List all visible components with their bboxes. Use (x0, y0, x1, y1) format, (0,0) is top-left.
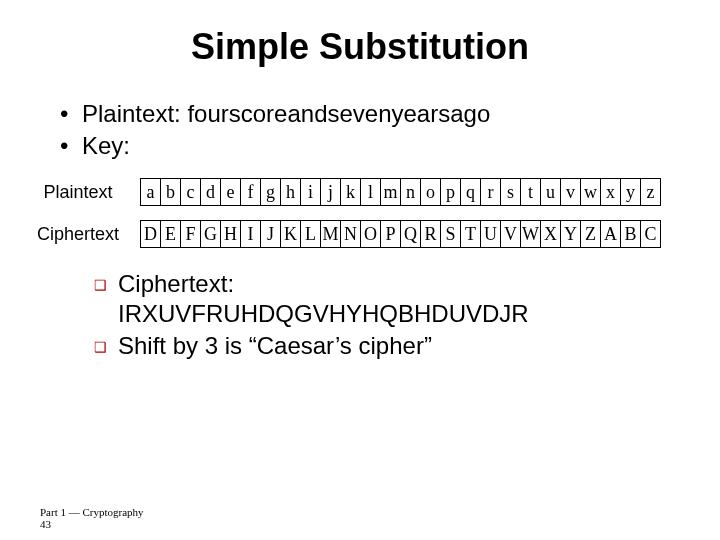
alpha-cell: N (341, 221, 361, 248)
bullet-dot-icon: • (60, 100, 82, 128)
alpha-cell: L (301, 221, 321, 248)
alpha-cell: p (441, 179, 461, 206)
sub-bullet-shift: ❑ Shift by 3 is “Caesar’s cipher” (94, 332, 680, 360)
alpha-cell: z (641, 179, 661, 206)
alpha-cell: f (241, 179, 261, 206)
alpha-cell: W (521, 221, 541, 248)
alpha-cell: g (261, 179, 281, 206)
ciphertext-row: Ciphertext DEFGHIJKLMNOPQRSTUVWXYZABC (30, 220, 680, 248)
ciphertext-value: IRXUVFRUHDQGVHYHQBHDUVDJR (118, 300, 680, 328)
alpha-cell: T (461, 221, 481, 248)
slide: Simple Substitution • Plaintext: foursco… (0, 0, 720, 360)
alpha-cell: q (461, 179, 481, 206)
square-bullet-icon: ❑ (94, 339, 118, 355)
plaintext-row-label: Plaintext (30, 182, 126, 203)
ciphertext-alphabet-table: DEFGHIJKLMNOPQRSTUVWXYZABC (140, 220, 661, 248)
alpha-cell: u (541, 179, 561, 206)
alpha-cell: R (421, 221, 441, 248)
alpha-cell: J (261, 221, 281, 248)
plaintext-alphabet-table: abcdefghijklmnopqrstuvwxyz (140, 178, 661, 206)
sub-bullets: ❑ Ciphertext: IRXUVFRUHDQGVHYHQBHDUVDJR … (94, 270, 680, 360)
alpha-cell: n (401, 179, 421, 206)
alpha-cell: P (381, 221, 401, 248)
alpha-cell: e (221, 179, 241, 206)
plaintext-value: fourscoreandsevenyearsago (187, 100, 490, 127)
alpha-cell: s (501, 179, 521, 206)
alpha-cell: E (161, 221, 181, 248)
ciphertext-label: Ciphertext: (118, 270, 234, 298)
slide-title: Simple Substitution (40, 26, 680, 68)
alpha-cell: Z (581, 221, 601, 248)
slide-footer: Part 1 — Cryptography 43 (40, 506, 144, 530)
alpha-cell: d (201, 179, 221, 206)
alpha-cell: j (321, 179, 341, 206)
alpha-cell: v (561, 179, 581, 206)
alpha-cell: G (201, 221, 221, 248)
alpha-cell: a (141, 179, 161, 206)
bullet-dot-icon: • (60, 132, 82, 160)
alpha-cell: Q (401, 221, 421, 248)
alpha-cell: r (481, 179, 501, 206)
alpha-cell: y (621, 179, 641, 206)
alpha-cell: h (281, 179, 301, 206)
alpha-cell: H (221, 221, 241, 248)
alpha-cell: I (241, 221, 261, 248)
shift-text: Shift by 3 is “Caesar’s cipher” (118, 332, 432, 360)
bullet-key: • Key: (60, 132, 680, 160)
ciphertext-row-label: Ciphertext (30, 224, 126, 245)
alpha-cell: x (601, 179, 621, 206)
alpha-cell: w (581, 179, 601, 206)
alpha-cell: A (601, 221, 621, 248)
sub-bullet-ciphertext: ❑ Ciphertext: (94, 270, 680, 298)
alpha-cell: o (421, 179, 441, 206)
alpha-cell: i (301, 179, 321, 206)
square-bullet-icon: ❑ (94, 277, 118, 293)
alpha-cell: K (281, 221, 301, 248)
alpha-cell: k (341, 179, 361, 206)
alpha-cell: B (621, 221, 641, 248)
alpha-cell: c (181, 179, 201, 206)
alpha-cell: U (481, 221, 501, 248)
key-label: Key: (82, 132, 130, 160)
alpha-cell: V (501, 221, 521, 248)
bullet-text: Plaintext: fourscoreandsevenyearsago (82, 100, 490, 128)
alpha-cell: l (361, 179, 381, 206)
alpha-cell: S (441, 221, 461, 248)
alpha-cell: t (521, 179, 541, 206)
plaintext-label: Plaintext: (82, 100, 187, 127)
bullet-plaintext: • Plaintext: fourscoreandsevenyearsago (60, 100, 680, 128)
alpha-cell: m (381, 179, 401, 206)
alpha-cell: b (161, 179, 181, 206)
alpha-cell: X (541, 221, 561, 248)
alpha-cell: F (181, 221, 201, 248)
alpha-cell: M (321, 221, 341, 248)
alpha-cell: Y (561, 221, 581, 248)
top-bullets: • Plaintext: fourscoreandsevenyearsago •… (60, 100, 680, 160)
alpha-cell: O (361, 221, 381, 248)
alpha-cell: C (641, 221, 661, 248)
plaintext-row: Plaintext abcdefghijklmnopqrstuvwxyz (30, 178, 680, 206)
alpha-cell: D (141, 221, 161, 248)
